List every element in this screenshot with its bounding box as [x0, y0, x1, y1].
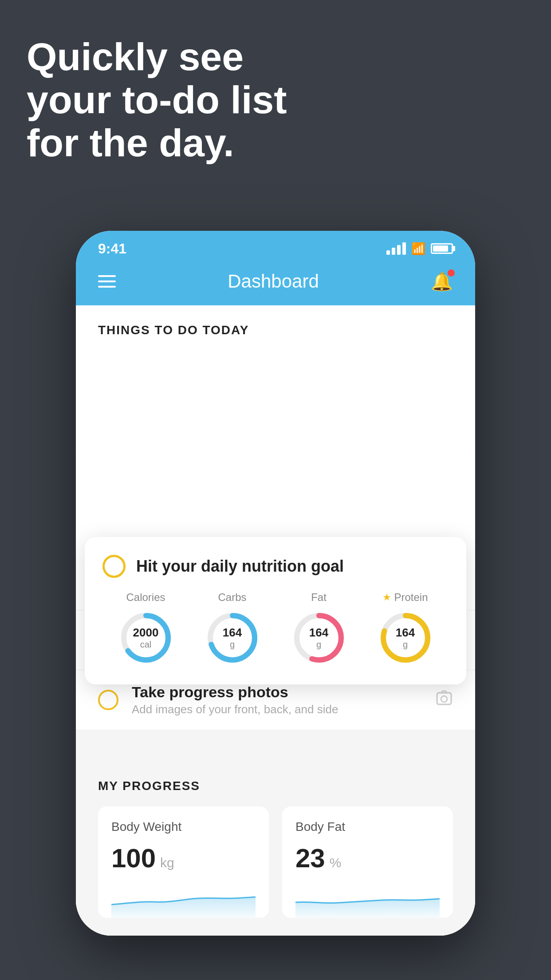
- todo-photos-subtitle: Add images of your front, back, and side: [132, 703, 422, 716]
- app-header: Dashboard 🔔: [76, 262, 475, 305]
- calories-value: 2000 cal: [133, 626, 159, 650]
- header-title: Dashboard: [228, 271, 319, 292]
- status-icons: 📶: [386, 242, 453, 256]
- carbs-value: 164 g: [223, 626, 242, 650]
- headline-line1: Quickly see: [27, 36, 287, 79]
- protein-value: 164 g: [396, 626, 415, 650]
- body-weight-chart: [111, 882, 256, 918]
- svg-point-12: [441, 696, 447, 702]
- body-weight-value-row: 100 kg: [111, 843, 256, 873]
- body-fat-card: Body Fat 23 %: [282, 806, 453, 918]
- calories-donut: 2000 cal: [117, 609, 175, 667]
- body-weight-card: Body Weight 100 kg: [98, 806, 269, 918]
- status-bar: 9:41 📶: [76, 231, 475, 262]
- body-fat-unit: %: [330, 855, 342, 870]
- section-title-today: THINGS TO DO TODAY: [98, 323, 453, 337]
- hamburger-line: [98, 281, 116, 282]
- nutrition-calories: Calories 2000 cal: [117, 591, 175, 667]
- body-weight-label: Body Weight: [111, 820, 256, 834]
- nutrition-card-title: Hit your daily nutrition goal: [136, 557, 344, 576]
- progress-cards: Body Weight 100 kg: [98, 806, 453, 918]
- nutrition-circles: Calories 2000 cal: [102, 591, 449, 667]
- carbs-donut: 164 g: [204, 609, 261, 667]
- nutrition-carbs: Carbs 164 g: [204, 591, 261, 667]
- body-fat-chart: [295, 882, 440, 918]
- nutrition-protein: ★ Protein 164 g: [377, 591, 434, 667]
- hamburger-line: [98, 286, 116, 288]
- carbs-label: Carbs: [218, 591, 246, 604]
- body-fat-label: Body Fat: [295, 820, 440, 834]
- protein-donut: 164 g: [377, 609, 434, 667]
- progress-section-title: MY PROGRESS: [98, 779, 453, 793]
- headline-line3: for the day.: [27, 122, 287, 165]
- spacer: [76, 730, 475, 757]
- phone-frame: 9:41 📶 Dashboard: [76, 231, 475, 936]
- headline-line2: your to-do list: [27, 79, 287, 122]
- nutrition-card: Hit your daily nutrition goal Calories 2: [85, 537, 466, 684]
- headline: Quickly see your to-do list for the day.: [27, 36, 287, 164]
- fat-donut: 164 g: [290, 609, 348, 667]
- todo-photos-title: Take progress photos: [132, 684, 422, 701]
- body-weight-unit: kg: [160, 855, 174, 870]
- battery-icon: [431, 243, 453, 254]
- notification-badge: [448, 269, 455, 277]
- calories-label: Calories: [126, 591, 165, 604]
- nutrition-fat: Fat 164 g: [290, 591, 348, 667]
- nutrition-checkbox[interactable]: [102, 555, 126, 578]
- hamburger-menu-icon[interactable]: [98, 275, 116, 288]
- body-weight-value: 100: [111, 843, 156, 873]
- body-fat-value: 23: [295, 843, 325, 873]
- nutrition-card-header: Hit your daily nutrition goal: [102, 555, 449, 578]
- wifi-icon: 📶: [411, 242, 425, 256]
- todo-photos-checkbox[interactable]: [98, 690, 118, 710]
- hamburger-line: [98, 275, 116, 277]
- signal-icon: [386, 242, 406, 255]
- notification-bell-button[interactable]: 🔔: [431, 271, 453, 292]
- star-icon: ★: [382, 592, 391, 603]
- fat-value: 164 g: [309, 626, 328, 650]
- fat-label: Fat: [311, 591, 327, 604]
- todo-photos-text: Take progress photos Add images of your …: [132, 684, 422, 716]
- body-fat-value-row: 23 %: [295, 843, 440, 873]
- status-time: 9:41: [98, 241, 126, 257]
- photo-icon: [435, 689, 453, 711]
- progress-section: MY PROGRESS Body Weight 100 kg: [76, 757, 475, 936]
- protein-label: ★ Protein: [382, 591, 428, 604]
- things-to-do-header: THINGS TO DO TODAY: [76, 305, 475, 360]
